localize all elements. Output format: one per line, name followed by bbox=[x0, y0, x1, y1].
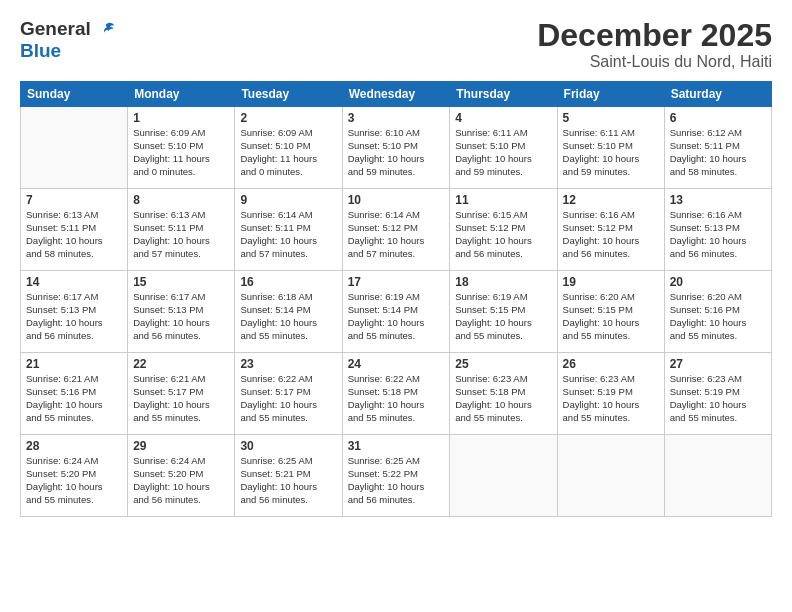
day-info: Sunrise: 6:10 AM Sunset: 5:10 PM Dayligh… bbox=[348, 127, 445, 178]
calendar-header-thursday: Thursday bbox=[450, 82, 557, 107]
day-info: Sunrise: 6:14 AM Sunset: 5:11 PM Dayligh… bbox=[240, 209, 336, 260]
calendar-header-friday: Friday bbox=[557, 82, 664, 107]
calendar-cell: 7Sunrise: 6:13 AM Sunset: 5:11 PM Daylig… bbox=[21, 189, 128, 271]
calendar-cell: 30Sunrise: 6:25 AM Sunset: 5:21 PM Dayli… bbox=[235, 435, 342, 517]
day-number: 1 bbox=[133, 111, 229, 125]
day-number: 15 bbox=[133, 275, 229, 289]
day-number: 28 bbox=[26, 439, 122, 453]
calendar-cell: 19Sunrise: 6:20 AM Sunset: 5:15 PM Dayli… bbox=[557, 271, 664, 353]
calendar-cell: 12Sunrise: 6:16 AM Sunset: 5:12 PM Dayli… bbox=[557, 189, 664, 271]
logo-bird-icon bbox=[91, 18, 116, 39]
page-title: December 2025 bbox=[537, 18, 772, 53]
day-number: 30 bbox=[240, 439, 336, 453]
day-number: 27 bbox=[670, 357, 766, 371]
day-number: 26 bbox=[563, 357, 659, 371]
calendar-table: SundayMondayTuesdayWednesdayThursdayFrid… bbox=[20, 81, 772, 517]
calendar-cell: 15Sunrise: 6:17 AM Sunset: 5:13 PM Dayli… bbox=[128, 271, 235, 353]
day-number: 21 bbox=[26, 357, 122, 371]
day-info: Sunrise: 6:22 AM Sunset: 5:18 PM Dayligh… bbox=[348, 373, 445, 424]
day-number: 2 bbox=[240, 111, 336, 125]
day-number: 16 bbox=[240, 275, 336, 289]
day-number: 18 bbox=[455, 275, 551, 289]
calendar-cell: 26Sunrise: 6:23 AM Sunset: 5:19 PM Dayli… bbox=[557, 353, 664, 435]
day-number: 24 bbox=[348, 357, 445, 371]
calendar-week-4: 21Sunrise: 6:21 AM Sunset: 5:16 PM Dayli… bbox=[21, 353, 772, 435]
calendar-cell bbox=[21, 107, 128, 189]
calendar-cell: 17Sunrise: 6:19 AM Sunset: 5:14 PM Dayli… bbox=[342, 271, 450, 353]
day-number: 8 bbox=[133, 193, 229, 207]
day-info: Sunrise: 6:14 AM Sunset: 5:12 PM Dayligh… bbox=[348, 209, 445, 260]
day-info: Sunrise: 6:21 AM Sunset: 5:16 PM Dayligh… bbox=[26, 373, 122, 424]
day-info: Sunrise: 6:16 AM Sunset: 5:12 PM Dayligh… bbox=[563, 209, 659, 260]
day-info: Sunrise: 6:21 AM Sunset: 5:17 PM Dayligh… bbox=[133, 373, 229, 424]
calendar-cell: 10Sunrise: 6:14 AM Sunset: 5:12 PM Dayli… bbox=[342, 189, 450, 271]
day-info: Sunrise: 6:13 AM Sunset: 5:11 PM Dayligh… bbox=[133, 209, 229, 260]
day-info: Sunrise: 6:17 AM Sunset: 5:13 PM Dayligh… bbox=[133, 291, 229, 342]
day-number: 25 bbox=[455, 357, 551, 371]
calendar-week-2: 7Sunrise: 6:13 AM Sunset: 5:11 PM Daylig… bbox=[21, 189, 772, 271]
day-number: 3 bbox=[348, 111, 445, 125]
calendar-cell bbox=[664, 435, 771, 517]
calendar-cell: 23Sunrise: 6:22 AM Sunset: 5:17 PM Dayli… bbox=[235, 353, 342, 435]
calendar-cell: 31Sunrise: 6:25 AM Sunset: 5:22 PM Dayli… bbox=[342, 435, 450, 517]
day-number: 9 bbox=[240, 193, 336, 207]
day-info: Sunrise: 6:11 AM Sunset: 5:10 PM Dayligh… bbox=[563, 127, 659, 178]
day-info: Sunrise: 6:20 AM Sunset: 5:15 PM Dayligh… bbox=[563, 291, 659, 342]
day-info: Sunrise: 6:23 AM Sunset: 5:19 PM Dayligh… bbox=[670, 373, 766, 424]
day-info: Sunrise: 6:16 AM Sunset: 5:13 PM Dayligh… bbox=[670, 209, 766, 260]
calendar-cell: 16Sunrise: 6:18 AM Sunset: 5:14 PM Dayli… bbox=[235, 271, 342, 353]
calendar-cell: 21Sunrise: 6:21 AM Sunset: 5:16 PM Dayli… bbox=[21, 353, 128, 435]
day-number: 29 bbox=[133, 439, 229, 453]
day-info: Sunrise: 6:15 AM Sunset: 5:12 PM Dayligh… bbox=[455, 209, 551, 260]
day-number: 12 bbox=[563, 193, 659, 207]
calendar-cell: 3Sunrise: 6:10 AM Sunset: 5:10 PM Daylig… bbox=[342, 107, 450, 189]
calendar-header-wednesday: Wednesday bbox=[342, 82, 450, 107]
day-number: 5 bbox=[563, 111, 659, 125]
calendar-cell: 13Sunrise: 6:16 AM Sunset: 5:13 PM Dayli… bbox=[664, 189, 771, 271]
calendar-header-saturday: Saturday bbox=[664, 82, 771, 107]
title-block: December 2025 Saint-Louis du Nord, Haiti bbox=[537, 18, 772, 71]
day-info: Sunrise: 6:24 AM Sunset: 5:20 PM Dayligh… bbox=[133, 455, 229, 506]
calendar-week-5: 28Sunrise: 6:24 AM Sunset: 5:20 PM Dayli… bbox=[21, 435, 772, 517]
calendar-header-row: SundayMondayTuesdayWednesdayThursdayFrid… bbox=[21, 82, 772, 107]
day-number: 11 bbox=[455, 193, 551, 207]
day-number: 14 bbox=[26, 275, 122, 289]
calendar-cell: 2Sunrise: 6:09 AM Sunset: 5:10 PM Daylig… bbox=[235, 107, 342, 189]
logo-blue-text: Blue bbox=[20, 40, 61, 61]
calendar-week-3: 14Sunrise: 6:17 AM Sunset: 5:13 PM Dayli… bbox=[21, 271, 772, 353]
day-number: 10 bbox=[348, 193, 445, 207]
day-info: Sunrise: 6:09 AM Sunset: 5:10 PM Dayligh… bbox=[133, 127, 229, 178]
day-number: 4 bbox=[455, 111, 551, 125]
day-info: Sunrise: 6:24 AM Sunset: 5:20 PM Dayligh… bbox=[26, 455, 122, 506]
day-number: 17 bbox=[348, 275, 445, 289]
header: General Blue December 2025 Saint-Louis d… bbox=[20, 18, 772, 71]
day-number: 19 bbox=[563, 275, 659, 289]
calendar-week-1: 1Sunrise: 6:09 AM Sunset: 5:10 PM Daylig… bbox=[21, 107, 772, 189]
day-info: Sunrise: 6:11 AM Sunset: 5:10 PM Dayligh… bbox=[455, 127, 551, 178]
logo-general-text: General bbox=[20, 18, 116, 40]
calendar-header-sunday: Sunday bbox=[21, 82, 128, 107]
calendar-cell: 20Sunrise: 6:20 AM Sunset: 5:16 PM Dayli… bbox=[664, 271, 771, 353]
calendar-cell: 8Sunrise: 6:13 AM Sunset: 5:11 PM Daylig… bbox=[128, 189, 235, 271]
calendar-cell: 25Sunrise: 6:23 AM Sunset: 5:18 PM Dayli… bbox=[450, 353, 557, 435]
day-number: 13 bbox=[670, 193, 766, 207]
calendar-cell: 11Sunrise: 6:15 AM Sunset: 5:12 PM Dayli… bbox=[450, 189, 557, 271]
logo: General Blue bbox=[20, 18, 116, 62]
page-subtitle: Saint-Louis du Nord, Haiti bbox=[537, 53, 772, 71]
calendar-cell: 29Sunrise: 6:24 AM Sunset: 5:20 PM Dayli… bbox=[128, 435, 235, 517]
day-number: 6 bbox=[670, 111, 766, 125]
day-number: 7 bbox=[26, 193, 122, 207]
day-info: Sunrise: 6:25 AM Sunset: 5:21 PM Dayligh… bbox=[240, 455, 336, 506]
calendar-cell: 18Sunrise: 6:19 AM Sunset: 5:15 PM Dayli… bbox=[450, 271, 557, 353]
day-info: Sunrise: 6:22 AM Sunset: 5:17 PM Dayligh… bbox=[240, 373, 336, 424]
calendar-cell: 6Sunrise: 6:12 AM Sunset: 5:11 PM Daylig… bbox=[664, 107, 771, 189]
calendar-cell: 24Sunrise: 6:22 AM Sunset: 5:18 PM Dayli… bbox=[342, 353, 450, 435]
calendar-cell: 1Sunrise: 6:09 AM Sunset: 5:10 PM Daylig… bbox=[128, 107, 235, 189]
day-info: Sunrise: 6:19 AM Sunset: 5:14 PM Dayligh… bbox=[348, 291, 445, 342]
page: General Blue December 2025 Saint-Louis d… bbox=[0, 0, 792, 612]
day-info: Sunrise: 6:23 AM Sunset: 5:18 PM Dayligh… bbox=[455, 373, 551, 424]
day-info: Sunrise: 6:23 AM Sunset: 5:19 PM Dayligh… bbox=[563, 373, 659, 424]
calendar-cell bbox=[557, 435, 664, 517]
calendar-cell: 28Sunrise: 6:24 AM Sunset: 5:20 PM Dayli… bbox=[21, 435, 128, 517]
calendar-cell: 27Sunrise: 6:23 AM Sunset: 5:19 PM Dayli… bbox=[664, 353, 771, 435]
